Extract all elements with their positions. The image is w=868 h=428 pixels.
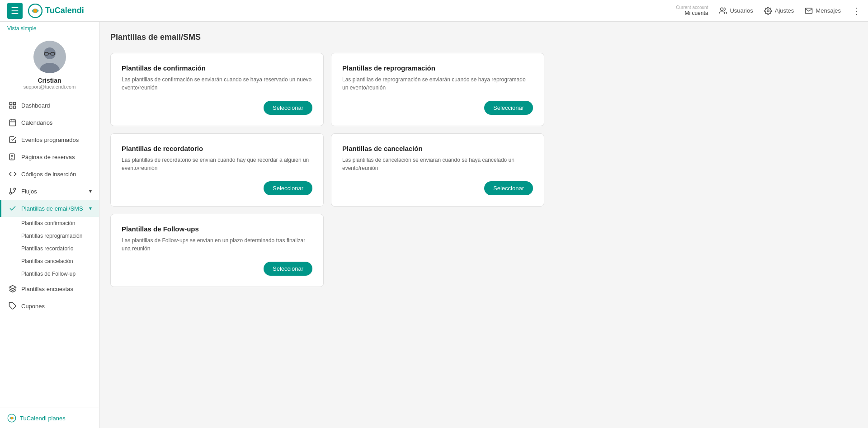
sidebar-subitem-cancelacion[interactable]: Plantillas cancelación — [0, 255, 99, 268]
avatar-image — [33, 41, 66, 73]
card-followup-title: Plantillas de Follow-ups — [122, 225, 312, 233]
ajustes-label: Ajustes — [775, 7, 794, 14]
ajustes-icon — [764, 7, 772, 15]
card-recordatorio-title: Plantillas de recordatorio — [122, 145, 312, 152]
svg-point-23 — [14, 188, 16, 190]
sidebar-item-encuestas-label: Plantillas encuestas — [21, 286, 73, 292]
sidebar-item-paginas[interactable]: Páginas de reservas — [0, 148, 99, 165]
sidebar-subitem-followup[interactable]: Plantillas de Follow-up — [0, 268, 99, 280]
sidebar-subitem-reprogramacion[interactable]: Plantillas reprogramación — [0, 230, 99, 242]
sidebar-item-calendarios-label: Calendarios — [21, 119, 52, 126]
plans-label: TuCalendi planes — [20, 415, 66, 422]
svg-marker-25 — [9, 286, 16, 289]
card-followup: Plantillas de Follow-ups Las plantillas … — [110, 214, 324, 287]
sidebar-item-dashboard[interactable]: Dashboard — [0, 97, 99, 114]
sidebar-item-cupones[interactable]: Cupones — [0, 297, 99, 315]
svg-rect-13 — [9, 106, 12, 108]
topnav: ☰ TuCalendi Current account Mi cuenta Us… — [0, 0, 868, 22]
page-title: Plantillas de email/SMS — [110, 33, 857, 42]
mensajes-label: Mensajes — [816, 7, 841, 14]
card-cancelacion-title: Plantillas de cancelación — [342, 145, 533, 152]
svg-point-5 — [44, 47, 56, 59]
current-account-label: Current account — [676, 5, 708, 10]
sidebar-item-cupones-label: Cupones — [21, 303, 45, 310]
sidebar-user-email: support@tucalendi.com — [24, 84, 76, 89]
card-recordatorio-desc: Las plantillas de recordatorio se envían… — [122, 156, 312, 172]
svg-rect-10 — [9, 102, 12, 104]
check-square-icon — [9, 136, 17, 144]
card-confirmacion: Plantillas de confirmación Las plantilla… — [110, 53, 324, 126]
cards-grid: Plantillas de confirmación Las plantilla… — [110, 53, 544, 287]
more-button[interactable]: ⋮ — [852, 5, 861, 16]
vista-simple-link[interactable]: Vista simple — [0, 22, 99, 35]
sidebar-nav: Dashboard Calendarios Eventos programado… — [0, 97, 99, 408]
card-reprogramacion-btn[interactable]: Seleccionar — [484, 101, 533, 115]
card-recordatorio-btn[interactable]: Seleccionar — [264, 181, 312, 195]
sidebar: Vista simple Cristian support@tucalendi.… — [0, 22, 99, 428]
svg-rect-12 — [14, 106, 16, 108]
svg-rect-14 — [9, 120, 16, 126]
mensajes-nav-item[interactable]: Mensajes — [805, 7, 841, 15]
card-reprogramacion-desc: Las plantillas de reprogramación se envi… — [342, 75, 533, 92]
topnav-left: ☰ TuCalendi — [7, 3, 84, 19]
card-reprogramacion-title: Plantillas de reprogramación — [342, 64, 533, 72]
usuarios-label: Usuarios — [730, 7, 753, 14]
grid-icon — [9, 101, 17, 109]
sidebar-bottom: TuCalendi planes — [0, 408, 99, 428]
tag-icon — [9, 302, 17, 310]
sidebar-item-codigos[interactable]: Códigos de inserción — [0, 165, 99, 183]
sidebar-subitem-recordatorio[interactable]: Plantillas recordatorio — [0, 242, 99, 255]
card-confirmacion-title: Plantillas de confirmación — [122, 64, 312, 72]
calendar-icon — [9, 118, 17, 127]
card-confirmacion-desc: Las plantillas de confirmación se enviar… — [122, 75, 312, 92]
card-cancelacion-btn[interactable]: Seleccionar — [484, 181, 533, 195]
tucalendi-planes-link[interactable]: TuCalendi planes — [7, 414, 92, 423]
usuarios-nav-item[interactable]: Usuarios — [719, 7, 753, 15]
card-followup-btn[interactable]: Seleccionar — [264, 262, 312, 276]
usuarios-icon — [719, 7, 727, 15]
code-icon — [9, 170, 17, 178]
sidebar-item-calendarios[interactable]: Calendarios — [0, 114, 99, 131]
git-branch-icon — [9, 187, 17, 195]
card-cancelacion-desc: Las plantillas de cancelación se enviará… — [342, 156, 533, 172]
sidebar-item-plantillas[interactable]: Plantillas de email/SMS ▾ — [0, 200, 99, 217]
card-reprogramacion: Plantillas de reprogramación Las plantil… — [331, 53, 544, 126]
sidebar-profile: Cristian support@tucalendi.com — [0, 35, 99, 97]
sidebar-item-flujos[interactable]: Flujos ▾ — [0, 183, 99, 200]
topnav-right: Current account Mi cuenta Usuarios Ajust… — [676, 5, 861, 16]
main-content: Plantillas de email/SMS Plantillas de co… — [99, 22, 868, 428]
check-icon — [9, 204, 17, 212]
hamburger-button[interactable]: ☰ — [7, 3, 23, 19]
svg-point-28 — [11, 417, 13, 419]
svg-point-2 — [721, 8, 723, 10]
layout: Vista simple Cristian support@tucalendi.… — [0, 22, 868, 428]
sidebar-item-eventos-label: Eventos programados — [21, 136, 79, 143]
sidebar-item-eventos[interactable]: Eventos programados — [0, 131, 99, 148]
svg-point-1 — [33, 9, 37, 13]
topnav-account: Current account Mi cuenta — [676, 5, 708, 16]
mensajes-icon — [805, 7, 813, 15]
sidebar-user-name: Cristian — [38, 77, 61, 84]
sidebar-item-flujos-label: Flujos — [21, 188, 37, 195]
flujos-arrow-icon: ▾ — [89, 188, 92, 194]
account-name[interactable]: Mi cuenta — [684, 10, 708, 16]
ajustes-nav-item[interactable]: Ajustes — [764, 7, 794, 15]
card-followup-desc: Las plantillas de Follow-ups se envían e… — [122, 236, 312, 253]
svg-rect-11 — [14, 102, 16, 104]
sidebar-item-dashboard-label: Dashboard — [21, 102, 50, 109]
sidebar-subitem-confirmacion[interactable]: Plantillas confirmación — [0, 217, 99, 230]
card-recordatorio: Plantillas de recordatorio Las plantilla… — [110, 133, 324, 207]
sidebar-item-codigos-label: Códigos de inserción — [21, 171, 76, 178]
logo: TuCalendi — [28, 4, 84, 18]
card-cancelacion: Plantillas de cancelación Las plantillas… — [331, 133, 544, 207]
sidebar-item-plantillas-label: Plantillas de email/SMS — [21, 205, 83, 212]
avatar — [33, 41, 66, 73]
logo-icon — [28, 4, 42, 18]
svg-point-3 — [767, 9, 769, 12]
sidebar-item-paginas-label: Páginas de reservas — [21, 154, 75, 160]
layers-icon — [9, 285, 17, 293]
sidebar-item-encuestas[interactable]: Plantillas encuestas — [0, 280, 99, 297]
card-confirmacion-btn[interactable]: Seleccionar — [264, 101, 312, 115]
svg-point-24 — [9, 192, 12, 194]
file-icon — [9, 153, 17, 161]
